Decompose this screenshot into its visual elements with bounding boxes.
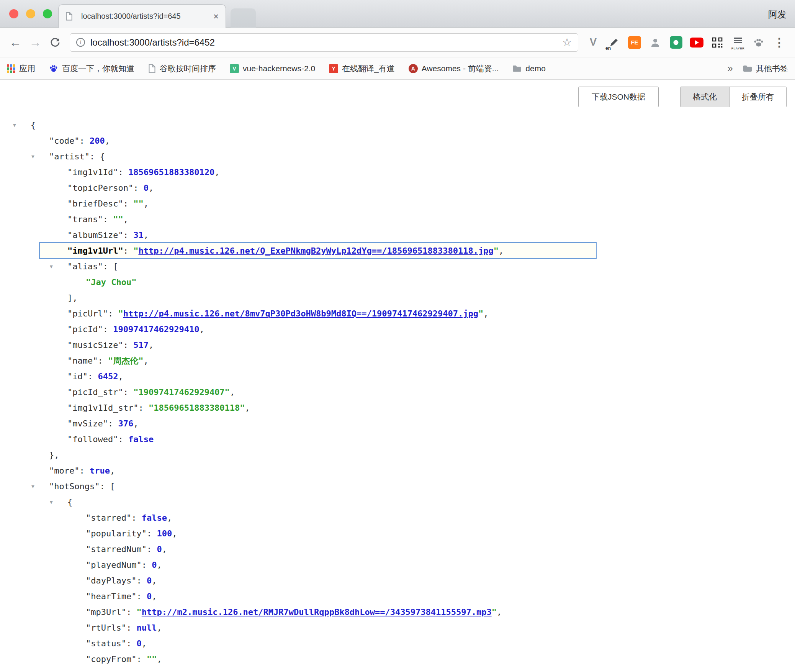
browser-tab[interactable]: localhost:3000/artists?id=645 × — [58, 4, 226, 28]
tab-close-icon[interactable]: × — [213, 12, 219, 21]
json-line: "img1v1Url": "http://p4.music.126.net/Q_… — [0, 243, 795, 259]
new-tab-button[interactable] — [231, 8, 256, 28]
json-line: "picUrl": "http://p4.music.126.net/8mv7q… — [0, 306, 795, 321]
json-line: "copyFrom": "", — [0, 651, 795, 667]
minimize-window-button[interactable] — [26, 9, 35, 18]
reload-button[interactable] — [45, 33, 65, 52]
json-line: "img1v1Id": 18569651883380120, — [0, 164, 795, 180]
json-line: "name": "周杰伦", — [0, 353, 795, 369]
json-line: "starredNum": 0, — [0, 541, 795, 557]
profile-name[interactable]: 阿发 — [768, 8, 787, 21]
json-url-link[interactable]: http://m2.music.126.net/RMJR7wDullRqppBk… — [142, 607, 492, 617]
json-line: "topicPerson": 0, — [0, 180, 795, 196]
page-content: 下载JSON数据 格式化 折叠所有 ▼{"code": 200,▼"artist… — [0, 80, 795, 667]
json-line: "picId_str": "19097417462929407", — [0, 384, 795, 400]
json-line: "starred": false, — [0, 510, 795, 526]
back-button[interactable]: ← — [5, 33, 25, 52]
bookmark-item-google-sort[interactable]: 谷歌按时间排序 — [148, 63, 216, 74]
page-favicon-icon — [65, 12, 73, 21]
json-line: "status": 0, — [0, 636, 795, 651]
green-shield-extension-icon[interactable] — [667, 34, 685, 51]
paw-icon — [753, 37, 764, 48]
collapse-all-button[interactable]: 折叠所有 — [729, 87, 786, 107]
json-viewer: ▼{"code": 200,▼"artist": {"img1v1Id": 18… — [0, 117, 795, 667]
player-extension-icon[interactable]: PLAYER — [729, 34, 747, 51]
playlist-bars-icon — [734, 38, 742, 43]
bookmarks-bar: 应用百度一下，你就知道谷歌按时间排序Vvue-hackernews-2.0Y在线… — [0, 57, 795, 80]
window-titlebar: localhost:3000/artists?id=645 × 阿发 — [0, 0, 795, 28]
folder-icon — [512, 65, 522, 72]
bookmark-label: vue-hackernews-2.0 — [243, 64, 315, 73]
folder-icon — [743, 65, 752, 72]
json-line: "code": 200, — [0, 133, 795, 149]
view-mode-segmented-control: 格式化 折叠所有 — [680, 87, 787, 107]
collapse-arrow-icon[interactable]: ▼ — [50, 259, 53, 274]
kebab-menu-icon: ⋮ — [774, 36, 785, 49]
awesomes-icon: A — [409, 64, 418, 73]
bookmark-item-baidu[interactable]: 百度一下，你就知道 — [49, 63, 134, 74]
bookmark-item-awesomes[interactable]: AAwesomes - 前端资... — [409, 63, 499, 74]
vimium-extension-icon[interactable]: V — [584, 34, 602, 51]
collapse-arrow-icon[interactable]: ▼ — [13, 117, 16, 133]
json-line: ▼"alias": [ — [0, 259, 795, 274]
bookmarks-overflow-chevron[interactable]: » — [728, 62, 733, 74]
vue-icon: V — [230, 64, 239, 73]
json-line: ▼{ — [0, 494, 795, 510]
json-line: "briefDesc": "", — [0, 196, 795, 211]
json-line: "dayPlays": 0, — [0, 573, 795, 588]
baidu-paw-icon — [49, 64, 58, 73]
json-line: "albumSize": 31, — [0, 227, 795, 243]
json-controls: 下载JSON数据 格式化 折叠所有 — [0, 80, 795, 107]
json-line: "hearTime": 0, — [0, 588, 795, 604]
json-line: ▼"hotSongs": [ — [0, 479, 795, 494]
bookmark-star-icon[interactable]: ☆ — [562, 36, 572, 49]
format-button[interactable]: 格式化 — [680, 87, 729, 107]
json-line: "popularity": 100, — [0, 526, 795, 541]
json-url-link[interactable]: http://p4.music.126.net/8mv7qP30Pd3oHW8b… — [123, 309, 478, 318]
qrcode-icon — [711, 36, 723, 49]
other-bookmarks-label: 其他书签 — [756, 63, 788, 74]
json-line: }, — [0, 447, 795, 463]
youtube-extension-icon[interactable] — [688, 34, 705, 51]
qrcode-extension-icon[interactable] — [708, 34, 726, 51]
youtube-icon — [690, 38, 703, 48]
zoom-window-button[interactable] — [43, 9, 52, 18]
json-line: "id": 6452, — [0, 369, 795, 384]
json-line: "mvSize": 376, — [0, 416, 795, 431]
browser-menu-button[interactable]: ⋮ — [770, 34, 788, 51]
bookmark-label: 在线翻译_有道 — [342, 63, 395, 74]
bookmark-item-apps[interactable]: 应用 — [7, 63, 35, 74]
page-icon — [148, 64, 156, 73]
other-bookmarks-folder[interactable]: 其他书签 — [743, 63, 788, 74]
collapse-arrow-icon[interactable]: ▼ — [31, 479, 34, 494]
fe-extension-icon[interactable]: FE — [626, 34, 643, 51]
person-extension-icon[interactable] — [646, 34, 664, 51]
bookmarks-list: 应用百度一下，你就知道谷歌按时间排序Vvue-hackernews-2.0Y在线… — [7, 63, 559, 74]
json-line: "mp3Url": "http://m2.music.126.net/RMJR7… — [0, 604, 795, 620]
shield-icon — [670, 36, 682, 49]
close-window-button[interactable] — [9, 9, 18, 18]
url-text[interactable]: localhost:3000/artists?id=6452 — [90, 37, 562, 48]
bookmark-label: Awesomes - 前端资... — [422, 63, 499, 74]
download-json-button[interactable]: 下载JSON数据 — [578, 87, 659, 107]
json-line: "followed": false — [0, 431, 795, 447]
json-line: "trans": "", — [0, 211, 795, 227]
bookmarks-right: » 其他书签 — [728, 62, 788, 74]
json-line: "picId": 19097417462929410, — [0, 321, 795, 337]
json-url-link[interactable]: http://p4.music.126.net/Q_ExePNkmgB2yWyL… — [138, 246, 493, 256]
traffic-lights — [9, 9, 52, 18]
collapse-arrow-icon[interactable]: ▼ — [50, 494, 53, 510]
translate-extension-icon[interactable]: en — [605, 34, 623, 51]
json-line: "musicSize": 517, — [0, 337, 795, 353]
bookmark-item-youdao[interactable]: Y在线翻译_有道 — [329, 63, 395, 74]
json-line: "more": true, — [0, 463, 795, 479]
page-info-icon[interactable]: i — [76, 38, 85, 47]
json-line: "img1v1Id_str": "18569651883380118", — [0, 400, 795, 416]
paw-extension-icon[interactable] — [750, 34, 767, 51]
json-line: ▼"artist": { — [0, 149, 795, 164]
address-bar[interactable]: i localhost:3000/artists?id=6452 ☆ — [70, 33, 578, 52]
collapse-arrow-icon[interactable]: ▼ — [31, 149, 34, 164]
bookmark-item-demo[interactable]: demo — [512, 64, 546, 73]
browser-window: localhost:3000/artists?id=645 × 阿发 ← → i… — [0, 0, 795, 672]
bookmark-item-vue-hackernews[interactable]: Vvue-hackernews-2.0 — [230, 64, 315, 73]
